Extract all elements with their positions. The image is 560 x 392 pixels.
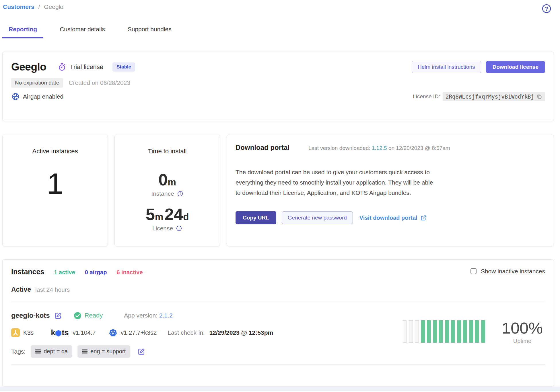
uptime-bar: [475, 320, 479, 343]
license-time-label: License: [152, 225, 173, 232]
tag-badge: eng = support: [77, 345, 130, 358]
kots-logo-o-hexagon: [55, 330, 61, 337]
instance-status-label: Ready: [85, 312, 103, 319]
external-link-icon: [420, 215, 427, 221]
app-version-label: App version:: [124, 312, 158, 319]
uptime-bar: [439, 320, 443, 343]
active-instances-title: Active instances: [3, 148, 108, 155]
kots-version-group: k ts v1.104.7: [51, 328, 96, 337]
active-count: 1 active: [54, 269, 75, 276]
tag-badge: dept = qa: [31, 345, 72, 358]
helm-install-instructions-button[interactable]: Helm install instructions: [412, 61, 481, 73]
download-portal-title: Download portal: [236, 144, 289, 152]
breadcrumb-customers-link[interactable]: Customers: [3, 3, 34, 10]
kots-logo-k: k: [51, 328, 55, 337]
page: Customers / Geeglo ? Reporting Customer …: [0, 0, 560, 387]
license-time-unit1: m: [155, 211, 163, 222]
active-section-label: Active: [11, 286, 31, 293]
uptime-bar: [469, 320, 473, 343]
edit-instance-name-icon[interactable]: [55, 312, 62, 319]
tab-reporting[interactable]: Reporting: [2, 26, 43, 38]
license-time-unit2: d: [183, 211, 189, 222]
help-icon[interactable]: ?: [541, 3, 552, 14]
created-on-text: Created on 06/28/2023: [69, 79, 130, 86]
breadcrumb-separator: /: [38, 3, 40, 10]
uptime-bar: [451, 320, 455, 343]
license-time-value1: 5: [146, 205, 155, 224]
active-instances-value: 1: [3, 167, 108, 201]
uptime-bar: [415, 320, 419, 343]
instance-time-unit: m: [168, 177, 176, 187]
uptime-bar: [403, 320, 407, 343]
license-card: Geeglo Trial license Stable Helm install…: [2, 52, 554, 121]
divider: [11, 364, 545, 365]
uptime-value: 100%: [502, 319, 543, 337]
distro: K3s: [11, 328, 34, 337]
last-version-date: on 12/20/2023 @ 8:57am: [388, 145, 450, 151]
uptime-label: Uptime: [502, 338, 543, 344]
uptime-bar: [445, 320, 449, 343]
time-to-install-title: Time to install: [115, 148, 220, 155]
airgap-label: Airgap enabled: [23, 93, 63, 100]
airgap-status: Airgap enabled: [11, 92, 63, 101]
svg-text:?: ?: [545, 6, 548, 12]
airgap-globe-icon: [11, 92, 20, 101]
download-portal-card: Download portal Last version downloaded:…: [227, 135, 554, 246]
topbar: Customers / Geeglo ?: [2, 0, 554, 14]
uptime-bar: [463, 320, 467, 343]
uptime-bar: [427, 320, 431, 343]
uptime-summary: 100% Uptime: [502, 319, 543, 344]
breadcrumb-current: Geeglo: [44, 3, 63, 10]
breadcrumb: Customers / Geeglo: [3, 3, 63, 10]
uptime-bar: [433, 320, 437, 343]
instances-card: Instances 1 active 0 airgap 6 inactive S…: [2, 259, 554, 387]
license-id-text: 2Rq8WLcsjfxqrMysjvB1WodYkBj: [446, 93, 534, 100]
active-section-sublabel: last 24 hours: [35, 286, 70, 293]
visit-download-portal-label: Visit download portal: [359, 215, 417, 221]
metrics-row: Active instances 1 Time to install 0m In…: [2, 135, 554, 246]
copy-icon[interactable]: [536, 94, 542, 99]
uptime-bar: [421, 320, 425, 343]
time-to-install-card: Time to install 0m Instance 5m 24d: [114, 135, 220, 246]
tag-bars-icon: [82, 349, 88, 354]
uptime-bars: [403, 320, 485, 343]
visit-download-portal-link[interactable]: Visit download portal: [359, 215, 427, 221]
tab-support-bundles[interactable]: Support bundles: [121, 26, 178, 38]
k3s-icon: [11, 328, 20, 337]
last-version-link[interactable]: 1.12.5: [372, 145, 387, 151]
generate-new-password-button[interactable]: Generate new password: [282, 211, 353, 224]
app-version-link[interactable]: 2.1.2: [159, 312, 173, 319]
instance-time-label-row: Instance: [115, 190, 220, 197]
license-install-time: 5m 24d: [115, 205, 220, 224]
last-version-label: Last version downloaded:: [308, 145, 370, 151]
show-inactive-toggle[interactable]: Show inactive instances: [470, 268, 545, 275]
last-checkin-value: 12/29/2023 @ 12:53pm: [209, 329, 273, 336]
kubernetes-version: v1.27.7+k3s2: [121, 329, 157, 336]
license-id-value: 2Rq8WLcsjfxqrMysjvB1WodYkBj: [443, 92, 545, 101]
customer-name: Geeglo: [11, 61, 46, 73]
show-inactive-label: Show inactive instances: [481, 268, 545, 275]
uptime-bar: [409, 320, 413, 343]
instance-time-value: 0: [158, 170, 168, 189]
stopwatch-icon: [58, 63, 66, 71]
info-icon[interactable]: [176, 225, 182, 232]
download-license-button[interactable]: Download license: [486, 61, 545, 73]
edit-tags-icon[interactable]: [138, 348, 145, 355]
show-inactive-checkbox[interactable]: [470, 268, 477, 274]
kots-logo-ts: ts: [62, 328, 69, 337]
copy-url-button[interactable]: Copy URL: [236, 211, 276, 224]
kubernetes-icon: [109, 329, 117, 337]
active-instances-card: Active instances 1: [2, 135, 108, 246]
instance-time-label: Instance: [151, 190, 174, 197]
license-time-label-row: License: [115, 225, 220, 232]
distro-label: K3s: [23, 329, 34, 336]
tag-bars-icon: [35, 349, 41, 354]
info-icon[interactable]: [177, 191, 183, 197]
license-type-label: Trial license: [70, 63, 103, 71]
tab-customer-details[interactable]: Customer details: [53, 26, 111, 38]
tab-bar: Reporting Customer details Support bundl…: [2, 26, 554, 38]
inactive-count: 6 inactive: [116, 269, 143, 276]
download-portal-description: The download portal can be used to give …: [236, 167, 435, 198]
license-id-label: License ID:: [413, 93, 440, 100]
last-version-downloaded: Last version downloaded: 1.12.5 on 12/20…: [308, 145, 450, 151]
